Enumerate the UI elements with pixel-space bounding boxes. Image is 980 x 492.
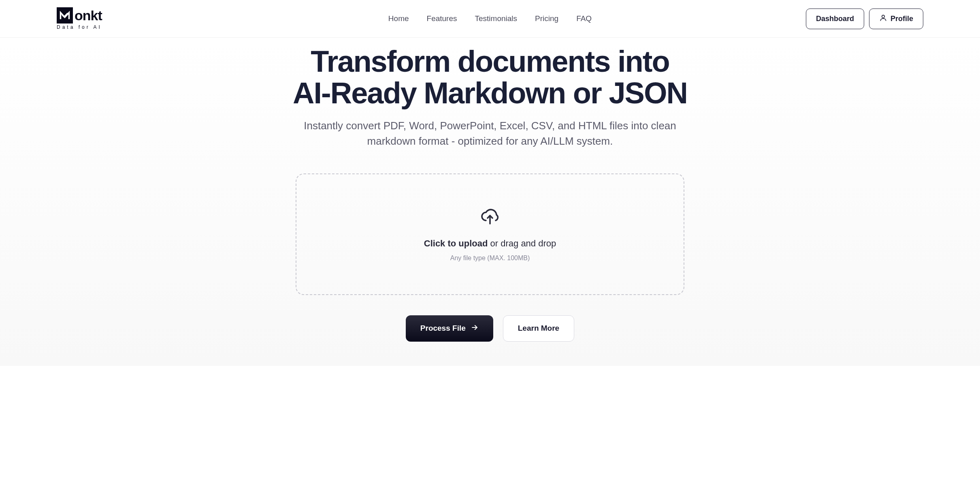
- nav-pricing[interactable]: Pricing: [535, 14, 558, 23]
- hero-title: Transform documents into AI-Ready Markdo…: [0, 46, 980, 109]
- svg-point-0: [882, 15, 885, 18]
- hero-section: Transform documents into AI-Ready Markdo…: [0, 38, 980, 366]
- logo[interactable]: onkt Data for AI: [57, 7, 102, 30]
- hero-subtitle: Instantly convert PDF, Word, PowerPoint,…: [288, 118, 692, 149]
- dashboard-label: Dashboard: [816, 15, 854, 23]
- nav-features[interactable]: Features: [427, 14, 457, 23]
- hero-title-line2: AI-Ready Markdown or JSON: [293, 76, 687, 110]
- logo-main: onkt: [57, 7, 102, 24]
- process-file-button[interactable]: Process File: [406, 315, 493, 342]
- nav-faq[interactable]: FAQ: [576, 14, 592, 23]
- nav-home[interactable]: Home: [388, 14, 409, 23]
- header: onkt Data for AI Home Features Testimoni…: [0, 0, 980, 38]
- upload-text-bold: Click to upload: [424, 238, 488, 248]
- logo-tagline: Data for AI: [57, 24, 102, 30]
- learn-more-button[interactable]: Learn More: [503, 315, 574, 342]
- process-file-label: Process File: [420, 324, 466, 333]
- upload-text: Click to upload or drag and drop: [313, 238, 667, 249]
- cloud-upload-icon: [480, 207, 500, 226]
- learn-more-label: Learn More: [518, 324, 559, 332]
- profile-button[interactable]: Profile: [869, 9, 923, 29]
- profile-label: Profile: [891, 15, 913, 23]
- upload-text-rest: or drag and drop: [488, 238, 556, 248]
- user-icon: [879, 14, 887, 24]
- logo-icon: [57, 7, 73, 24]
- header-actions: Dashboard Profile: [806, 9, 923, 29]
- cta-row: Process File Learn More: [0, 315, 980, 342]
- upload-dropzone[interactable]: Click to upload or drag and drop Any fil…: [296, 173, 684, 295]
- main-nav: Home Features Testimonials Pricing FAQ: [388, 14, 592, 23]
- dashboard-button[interactable]: Dashboard: [806, 9, 864, 29]
- upload-hint: Any file type (MAX. 100MB): [313, 255, 667, 262]
- hero-title-line1: Transform documents into: [311, 45, 669, 78]
- logo-brand-text: onkt: [75, 8, 102, 24]
- nav-testimonials[interactable]: Testimonials: [475, 14, 518, 23]
- arrow-right-icon: [471, 323, 479, 334]
